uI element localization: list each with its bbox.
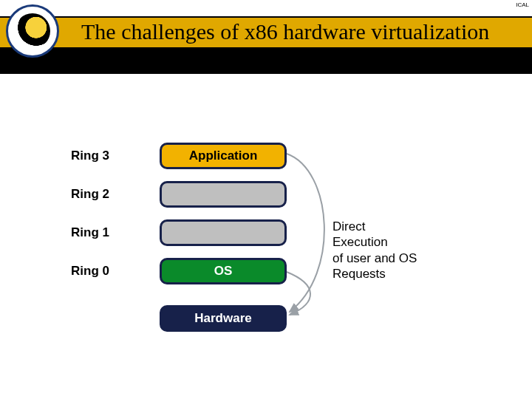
os-box: OS xyxy=(160,258,287,284)
ring-3-label: Ring 3 xyxy=(71,149,109,163)
ring-1-box xyxy=(160,219,287,246)
ring-2-box xyxy=(160,181,287,208)
row-ring-2: Ring 2 xyxy=(0,179,532,210)
logo-inner-icon xyxy=(15,13,50,49)
slide-header: The challenges of x86 hardware virtualiz… xyxy=(0,0,532,59)
ring-2-label: Ring 2 xyxy=(71,187,109,202)
slide-title: The challenges of x86 hardware virtualiz… xyxy=(81,19,489,44)
university-logo xyxy=(6,4,59,58)
corner-label: ICAL xyxy=(516,1,529,8)
ring-1-label: Ring 1 xyxy=(71,225,109,240)
row-hardware: Hardware xyxy=(0,303,532,334)
row-ring-3: Ring 3 Application xyxy=(0,140,532,171)
application-box: Application xyxy=(160,143,287,169)
hardware-box: Hardware xyxy=(160,305,287,332)
ring-0-label: Ring 0 xyxy=(71,264,109,279)
header-black-band xyxy=(0,49,532,62)
slide-content: Ring 3 Application Ring 2 Ring 1 Ring 0 … xyxy=(0,74,532,399)
row-ring-1: Ring 1 xyxy=(0,217,532,248)
row-ring-0: Ring 0 OS xyxy=(0,256,532,287)
direct-execution-annotation: Direct Execution of user and OS Requests xyxy=(332,219,417,282)
